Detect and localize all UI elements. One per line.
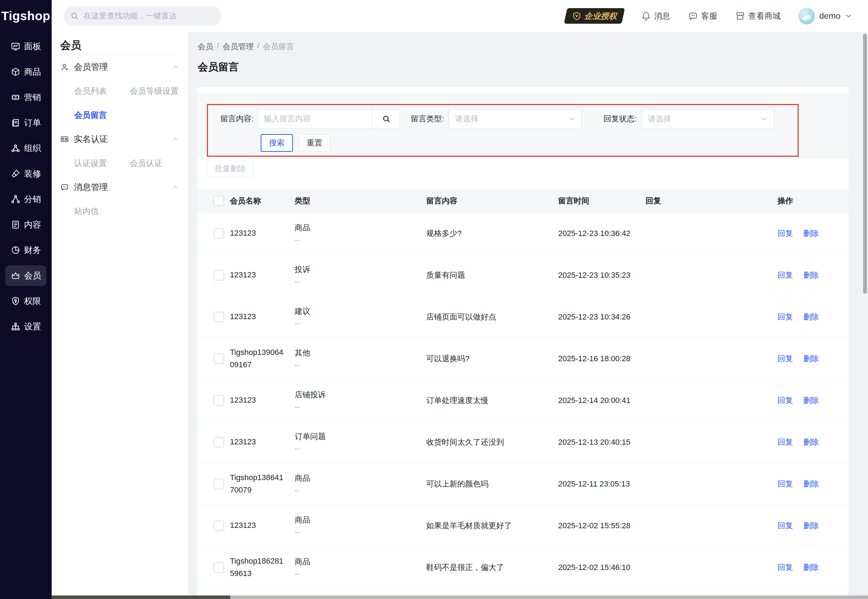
global-search-input[interactable] bbox=[84, 11, 211, 21]
row-checkbox[interactable] bbox=[214, 437, 224, 448]
row-checkbox[interactable] bbox=[214, 562, 224, 573]
message-time: 2025-12-23 10:36:42 bbox=[558, 229, 646, 238]
user-menu[interactable]: demo bbox=[798, 8, 853, 24]
reply-link[interactable]: 回复 bbox=[778, 312, 793, 322]
sidebar-item-member[interactable]: 会员 bbox=[5, 265, 47, 286]
sidebar-item-permission[interactable]: 权限 bbox=[5, 291, 47, 312]
batch-delete-button[interactable]: 批量删除 bbox=[207, 160, 254, 177]
message-content-input[interactable] bbox=[258, 109, 372, 128]
row-checkbox[interactable] bbox=[214, 354, 224, 364]
marketing-icon bbox=[11, 92, 21, 102]
submenu-item-member-auth[interactable]: 会员认证 bbox=[130, 151, 185, 175]
filter-panel: 留言内容: 留言类型: 请选择 bbox=[197, 93, 848, 158]
delete-link[interactable]: 删除 bbox=[803, 437, 819, 448]
id-card-icon bbox=[60, 135, 69, 144]
message-type-select[interactable]: 请选择 bbox=[449, 109, 582, 129]
message-type-sub: -- bbox=[294, 486, 426, 495]
reply-link[interactable]: 回复 bbox=[778, 521, 793, 531]
group-message-management-items: 站内信 bbox=[60, 199, 179, 223]
reply-link[interactable]: 回复 bbox=[778, 562, 793, 573]
reply-link[interactable]: 回复 bbox=[778, 437, 793, 448]
row-checkbox[interactable] bbox=[214, 312, 224, 322]
message-time: 2025-12-16 18:00:28 bbox=[558, 354, 646, 363]
submenu-title: 会员 bbox=[60, 32, 179, 55]
sidebar-item-content[interactable]: 内容 bbox=[5, 214, 47, 235]
row-checkbox[interactable] bbox=[214, 479, 224, 489]
row-checkbox[interactable] bbox=[214, 521, 224, 531]
delete-link[interactable]: 删除 bbox=[803, 312, 819, 322]
decoration-icon bbox=[11, 169, 21, 179]
goods-icon bbox=[11, 67, 21, 77]
header-message-time: 留言时间 bbox=[558, 196, 646, 206]
enterprise-auth-badge[interactable]: 企业授权 bbox=[566, 8, 623, 24]
delete-link[interactable]: 删除 bbox=[803, 270, 819, 281]
global-search[interactable] bbox=[64, 6, 221, 26]
select-all-checkbox[interactable] bbox=[214, 196, 224, 206]
delete-link[interactable]: 删除 bbox=[803, 395, 819, 406]
reply-link[interactable]: 回复 bbox=[778, 479, 793, 489]
row-checkbox[interactable] bbox=[214, 228, 224, 239]
row-checkbox[interactable] bbox=[214, 270, 224, 281]
group-message-management[interactable]: 消息管理 bbox=[60, 175, 179, 199]
delete-link[interactable]: 删除 bbox=[803, 228, 819, 239]
sidebar-item-orders[interactable]: 订单 bbox=[5, 113, 47, 133]
message-content: 收货时间太久了还没到 bbox=[426, 437, 558, 448]
finance-icon bbox=[11, 245, 21, 255]
vertical-scrollbar bbox=[862, 32, 868, 599]
reply-link[interactable]: 回复 bbox=[778, 270, 793, 281]
member-icon bbox=[11, 271, 21, 281]
group-member-management[interactable]: 会员管理 bbox=[60, 55, 179, 79]
chevron-up-icon bbox=[171, 183, 179, 191]
message-content-field bbox=[258, 109, 400, 129]
submenu-item-member-list[interactable]: 会员列表 bbox=[74, 79, 130, 103]
action-separator bbox=[798, 438, 798, 446]
messages-button[interactable]: 消息 bbox=[641, 11, 670, 22]
action-separator bbox=[798, 397, 798, 405]
submenu-item-member-messages[interactable]: 会员留言 bbox=[74, 103, 130, 127]
message-type-sub: -- bbox=[294, 570, 426, 578]
breadcrumb-member[interactable]: 会员 bbox=[198, 41, 213, 52]
sidebar-item-decoration[interactable]: 装修 bbox=[5, 164, 47, 184]
submenu-item-auth-settings[interactable]: 认证设置 bbox=[74, 151, 130, 175]
horizontal-scrollbar bbox=[52, 596, 868, 599]
delete-link[interactable]: 删除 bbox=[803, 479, 819, 489]
submenu-item-site-mail[interactable]: 站内信 bbox=[74, 199, 130, 223]
submenu-item-member-level-settings[interactable]: 会员等级设置 bbox=[130, 79, 185, 103]
support-button[interactable]: 客服 bbox=[688, 11, 717, 22]
header-member-name: 会员名称 bbox=[230, 195, 294, 207]
view-store-button[interactable]: 查看商城 bbox=[735, 11, 781, 22]
vertical-scrollbar-thumb[interactable] bbox=[863, 34, 867, 293]
tigshop-logo[interactable]: Tigshop bbox=[0, 0, 52, 32]
sidebar-item-distribution[interactable]: 分销 bbox=[5, 189, 47, 209]
horizontal-scrollbar-thumb[interactable] bbox=[52, 596, 230, 599]
chat-bubble-icon bbox=[688, 11, 698, 21]
reply-link[interactable]: 回复 bbox=[778, 228, 793, 239]
reply-link[interactable]: 回复 bbox=[778, 354, 793, 364]
search-button[interactable]: 搜索 bbox=[261, 134, 293, 152]
reset-button[interactable]: 重置 bbox=[299, 134, 330, 152]
reply-status-select[interactable]: 请选择 bbox=[642, 109, 774, 129]
reply-link[interactable]: 回复 bbox=[778, 395, 793, 406]
field-search-button[interactable] bbox=[372, 109, 400, 128]
delete-link[interactable]: 删除 bbox=[803, 562, 819, 573]
message-time: 2025-12-02 15:55:28 bbox=[558, 521, 646, 530]
search-icon bbox=[381, 114, 391, 123]
breadcrumb-member-management[interactable]: 会员管理 bbox=[222, 41, 254, 52]
row-checkbox[interactable] bbox=[214, 395, 224, 406]
group-real-name-auth[interactable]: 实名认证 bbox=[60, 127, 179, 151]
delete-link[interactable]: 删除 bbox=[803, 521, 819, 531]
message-time: 2025-12-23 10:35:23 bbox=[558, 271, 646, 280]
sidebar-item-settings[interactable]: 设置 bbox=[5, 316, 47, 337]
table-row: 123123 店铺投诉 -- 订单处理速度太慢 2025-12-14 20:00… bbox=[197, 380, 848, 421]
member-name: 123123 bbox=[230, 436, 294, 448]
message-type: 商品 bbox=[294, 515, 426, 525]
sidebar-item-goods[interactable]: 商品 bbox=[5, 62, 47, 82]
sidebar-item-dashboard[interactable]: 面板 bbox=[5, 36, 47, 57]
message-type-sub: -- bbox=[294, 445, 426, 453]
sidebar-item-finance[interactable]: 财务 bbox=[5, 240, 47, 260]
message-content: 质量有问题 bbox=[426, 270, 558, 281]
sidebar-item-organization[interactable]: 组织 bbox=[5, 138, 47, 158]
sidebar-item-marketing[interactable]: 营销 bbox=[5, 87, 47, 108]
avatar[interactable] bbox=[798, 8, 815, 24]
delete-link[interactable]: 删除 bbox=[803, 354, 819, 364]
